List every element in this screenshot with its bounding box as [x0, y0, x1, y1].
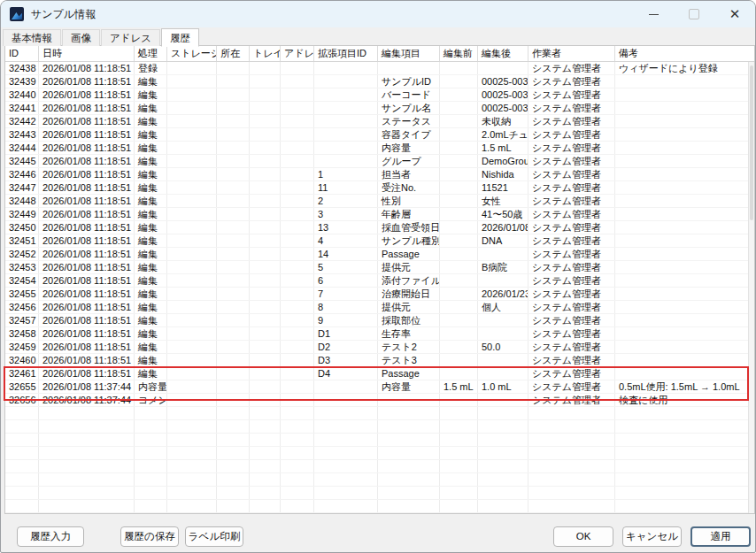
table-cell [615, 327, 748, 340]
history-input-button[interactable]: 履歴入力 [17, 526, 84, 547]
table-cell: 編集 [135, 221, 167, 234]
vertical-scrollbar[interactable] [748, 62, 754, 513]
table-cell [250, 354, 281, 366]
label-print-button[interactable]: ラベル印刷 [185, 526, 243, 547]
table-cell [378, 447, 440, 459]
table-cell [478, 420, 528, 433]
tab-address[interactable]: アドレス [101, 29, 160, 46]
table-row[interactable] [5, 500, 748, 513]
table-cell [250, 102, 281, 114]
ok-button[interactable]: OK [553, 526, 613, 547]
table-cell: 2026/01/08 11:18:51 [39, 142, 135, 154]
table-cell: 編集 [135, 88, 167, 101]
table-cell [167, 460, 217, 472]
table-cell [281, 394, 314, 406]
minimize-icon[interactable] [633, 1, 674, 27]
column-header-location[interactable]: 所在 [217, 46, 250, 61]
column-header-id[interactable]: ID [5, 46, 39, 61]
table-cell [217, 341, 250, 353]
table-cell: D4 [314, 367, 378, 380]
table-row[interactable]: 324612026/01/08 11:18:51編集D4Passageシステム管… [5, 367, 748, 380]
table-row[interactable]: 324592026/01/08 11:18:51編集D2テスト250.0システム… [5, 341, 748, 354]
table-cell [167, 473, 217, 486]
column-header-before_edit[interactable]: 編集前 [440, 46, 478, 61]
table-row[interactable]: 324452026/01/08 11:18:51編集グループDemoGroup0… [5, 155, 748, 168]
table-cell [281, 487, 314, 499]
table-cell: 32455 [5, 288, 39, 300]
table-cell [217, 434, 250, 446]
table-cell [217, 181, 250, 194]
table-cell: 検査に使用 [615, 394, 748, 406]
table-row[interactable] [5, 434, 748, 447]
column-header-worker[interactable]: 作業者 [528, 46, 615, 61]
table-row[interactable] [5, 460, 748, 473]
column-header-ext_item_id[interactable]: 拡張項目ID [314, 46, 378, 61]
titlebar: サンプル情報 ✕ [1, 1, 755, 27]
apply-button[interactable]: 適用 [690, 526, 751, 547]
table-row[interactable]: 324532026/01/08 11:18:51編集5提供元B病院システム管理者 [5, 261, 748, 274]
table-row[interactable]: 324492026/01/08 11:18:51編集3年齢層41〜50歳システム… [5, 208, 748, 221]
tab-history[interactable]: 履歴 [161, 28, 199, 47]
table-cell: システム管理者 [528, 208, 615, 220]
table-cell: 治療開始日 [378, 288, 440, 300]
table-cell [615, 341, 748, 353]
table-row[interactable]: 324572026/01/08 11:18:51編集9採取部位システム管理者 [5, 314, 748, 327]
table-row[interactable]: 324512026/01/08 11:18:51編集4サンプル種別DNAシステム… [5, 234, 748, 248]
table-row[interactable]: 324392026/01/08 11:18:51編集サンプルID00025-00… [5, 75, 748, 88]
table-cell [250, 115, 281, 127]
table-cell [167, 500, 217, 512]
table-cell [478, 354, 528, 366]
table-row[interactable]: 324422026/01/08 11:18:51編集ステータス未収納システム管理… [5, 115, 748, 128]
table-cell [281, 460, 314, 472]
table-row[interactable]: 324472026/01/08 11:18:51編集11受注No.11521シス… [5, 181, 748, 195]
table-row[interactable] [5, 407, 748, 420]
table-cell [478, 248, 528, 260]
table-row[interactable]: 324442026/01/08 11:18:51編集内容量1.5 mLシステム管… [5, 142, 748, 155]
table-row[interactable]: 324502026/01/08 11:18:51編集13採血管受領日2026/0… [5, 221, 748, 234]
table-row[interactable]: 324522026/01/08 11:18:51編集14Passageシステム管… [5, 248, 748, 261]
table-cell [250, 460, 281, 472]
table-row[interactable]: 324562026/01/08 11:18:51編集8提供元個人システム管理者 [5, 301, 748, 314]
table-row[interactable] [5, 447, 748, 460]
column-header-after_edit[interactable]: 編集後 [478, 46, 528, 61]
close-icon[interactable]: ✕ [714, 1, 755, 27]
column-header-note[interactable]: 備考 [615, 46, 754, 61]
table-row[interactable]: 324582026/01/08 11:18:51編集D1生存率システム管理者 [5, 327, 748, 341]
column-header-storage[interactable]: ストレージ [167, 46, 217, 61]
table-row[interactable] [5, 420, 748, 434]
table-row[interactable]: 324482026/01/08 11:18:51編集2性別女性システム管理者 [5, 195, 748, 208]
table-cell [478, 62, 528, 74]
cancel-button[interactable]: キャンセル [622, 526, 682, 547]
table-cell: ウィザードにより登録 [615, 62, 748, 74]
table-row[interactable]: 324402026/01/08 11:18:51編集バーコード00025-003… [5, 88, 748, 102]
table-cell [478, 460, 528, 472]
table-row[interactable]: 324542026/01/08 11:18:51編集6添付ファイルシステム管理者 [5, 274, 748, 288]
table-row[interactable] [5, 487, 748, 500]
table-row[interactable]: 324412026/01/08 11:18:51編集サンプル名00025-003… [5, 102, 748, 115]
column-header-edit_item[interactable]: 編集項目 [378, 46, 440, 61]
table-row[interactable]: 326552026/01/08 11:37:44内容量内容量1.5 mL1.0 … [5, 380, 748, 394]
table-row[interactable]: 324602026/01/08 11:18:51編集D3テスト3システム管理者 [5, 354, 748, 367]
history-save-button[interactable]: 履歴の保存 [120, 526, 179, 547]
column-header-address[interactable]: アドレス [281, 46, 314, 61]
table-row[interactable]: 326562026/01/08 11:37:44コメントシステム管理者検査に使用 [5, 394, 748, 407]
column-header-process[interactable]: 処理 [135, 46, 167, 61]
table-cell [167, 128, 217, 141]
table-row[interactable]: 324382026/01/08 11:18:51登録システム管理者ウィザードによ… [5, 62, 748, 75]
table-row[interactable]: 324462026/01/08 11:18:51編集1担当者Nishidaシステ… [5, 168, 748, 181]
table-cell [615, 234, 748, 247]
table-cell: 2026/01/08 11:18:51 [39, 248, 135, 260]
column-header-tray[interactable]: トレイ [250, 46, 281, 61]
table-cell: 32448 [5, 195, 39, 207]
table-cell [217, 128, 250, 141]
table-cell [440, 142, 478, 154]
table-cell [167, 274, 217, 287]
tab-basic-info[interactable]: 基本情報 [3, 29, 61, 46]
column-header-datetime[interactable]: 日時 [39, 46, 135, 61]
table-cell: 編集 [135, 367, 167, 380]
table-row[interactable] [5, 473, 748, 487]
tab-image[interactable]: 画像 [62, 29, 100, 46]
table-row[interactable]: 324432026/01/08 11:18:51編集容器タイプ2.0mLチューブ… [5, 128, 748, 142]
scrollbar-thumb[interactable] [750, 65, 753, 220]
table-row[interactable]: 324552026/01/08 11:18:51編集7治療開始日2026/01/… [5, 288, 748, 301]
